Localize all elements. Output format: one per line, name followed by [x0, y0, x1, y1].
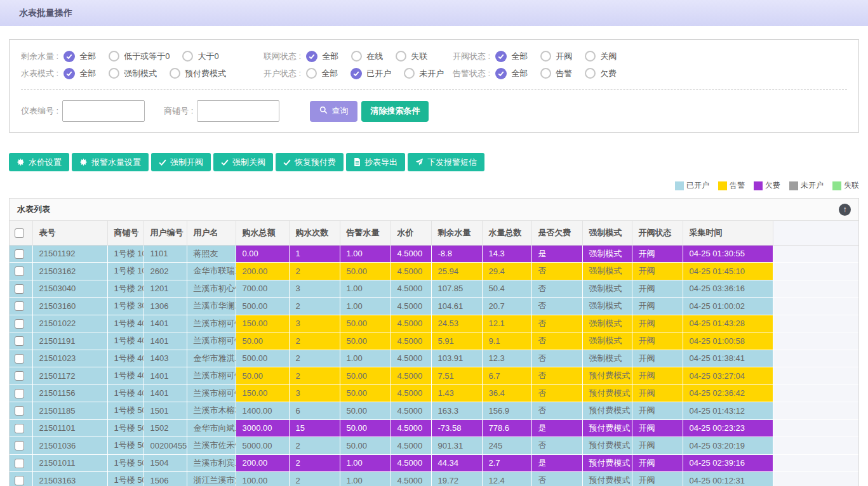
radio-option[interactable]: 失联	[396, 51, 427, 62]
row-checkbox[interactable]	[15, 476, 24, 485]
radio-unchecked-icon[interactable]	[585, 68, 596, 79]
toolbar-button-报警水量设置[interactable]: 报警水量设置	[72, 153, 149, 171]
row-checkbox[interactable]	[15, 319, 24, 329]
toolbar-button-强制开阀[interactable]: 强制开阀	[151, 153, 211, 171]
radio-unchecked-icon[interactable]	[540, 68, 551, 79]
cell-price: 4.5000	[391, 245, 431, 263]
radio-unchecked-icon[interactable]	[182, 51, 193, 62]
toolbar-button-下发报警短信[interactable]: 下发报警短信	[408, 153, 484, 171]
radio-checked-icon[interactable]	[495, 51, 507, 62]
cell-purchase-total: 200.00	[236, 263, 289, 280]
radio-option-label: 全部	[511, 51, 528, 62]
row-checkbox[interactable]	[15, 284, 24, 294]
radio-unchecked-icon[interactable]	[396, 51, 406, 62]
cell-purchase-count: 2	[289, 332, 340, 350]
legend-label: 已开户	[686, 180, 709, 191]
radio-unchecked-icon[interactable]	[109, 51, 119, 62]
cell-purchase-total: 1400.00	[236, 402, 289, 420]
row-checkbox[interactable]	[15, 424, 24, 433]
legend-swatch	[675, 181, 684, 190]
row-checkbox[interactable]	[15, 354, 24, 364]
radio-option[interactable]: 强制模式	[109, 68, 157, 79]
radio-unchecked-icon[interactable]	[170, 68, 180, 79]
cell-alarm-volume: 50.00	[340, 367, 391, 385]
radio-option[interactable]: 低于或等于0	[109, 51, 170, 62]
toolbar-button-恢复预付费[interactable]: 恢复预付费	[276, 153, 344, 171]
radio-option-label: 全部	[322, 51, 338, 62]
cell-remaining-volume: 5.91	[431, 332, 482, 350]
cell-filler	[773, 402, 858, 420]
cell-price: 4.5000	[391, 472, 431, 486]
radio-option[interactable]: 全部	[306, 51, 338, 62]
shop-no-input[interactable]	[197, 100, 279, 122]
cell-filler	[773, 472, 858, 486]
cell-purchase-count: 6	[289, 402, 340, 420]
cell-alarm-volume: 50.00	[340, 315, 391, 332]
meter-no-input[interactable]	[62, 100, 145, 122]
row-checkbox[interactable]	[15, 266, 24, 276]
clear-search-button[interactable]: 清除搜索条件	[361, 101, 429, 122]
filter-group-label: 剩余水量 :	[21, 51, 58, 62]
radio-unchecked-icon[interactable]	[306, 68, 317, 79]
radio-option[interactable]: 欠费	[585, 68, 617, 79]
radio-checked-icon[interactable]	[63, 51, 75, 62]
row-checkbox[interactable]	[15, 389, 24, 398]
filter-panel: 剩余水量 :全部低于或等于0大于0联网状态 :全部在线失联开阀状态 :全部开阀关…	[9, 39, 859, 133]
row-checkbox[interactable]	[15, 371, 24, 381]
cell-user-no: 1401	[144, 367, 187, 385]
cell-force-mode: 预付费模式	[582, 402, 632, 420]
cell-meter-no: 21501185	[32, 402, 107, 420]
radio-option[interactable]: 未开户	[404, 68, 444, 79]
radio-option[interactable]: 全部	[306, 68, 338, 79]
cell-price: 4.5000	[391, 437, 431, 455]
radio-checked-icon[interactable]	[63, 68, 75, 79]
radio-option[interactable]: 全部	[495, 68, 528, 79]
radio-unchecked-icon[interactable]	[540, 51, 551, 62]
table-row: 215031601号楼 3061306兰溪市华澜工500.0021.004.50…	[10, 298, 858, 315]
row-checkbox[interactable]	[15, 459, 24, 468]
cell-shop-no: 1号楼 101	[107, 245, 144, 263]
row-checkbox[interactable]	[15, 301, 24, 311]
row-checkbox[interactable]	[15, 336, 24, 346]
table-row: 215010361号楼 50300200455兰溪市佐禾饮5000.00250.…	[10, 437, 858, 455]
radio-unchecked-icon[interactable]	[351, 51, 362, 62]
radio-option[interactable]: 已开户	[351, 68, 391, 79]
cell-user-name: 金华市雅淇工	[187, 350, 236, 367]
cell-force-mode: 预付费模式	[582, 384, 632, 402]
radio-unchecked-icon[interactable]	[585, 51, 596, 62]
cell-purchase-total: 500.00	[236, 298, 289, 315]
cell-total-volume: 156.9	[482, 402, 531, 420]
radio-checked-icon[interactable]	[351, 68, 362, 79]
radio-option[interactable]: 全部	[63, 51, 96, 62]
cell-is-arrears: 否	[531, 437, 582, 455]
toolbar-button-水价设置[interactable]: 水价设置	[9, 153, 69, 171]
query-button[interactable]: 查询	[310, 101, 357, 122]
row-checkbox[interactable]	[15, 249, 24, 259]
radio-option[interactable]: 关阀	[585, 51, 617, 62]
arrow-up-icon: ↑	[843, 205, 847, 214]
radio-option[interactable]: 在线	[351, 51, 383, 62]
radio-checked-icon[interactable]	[306, 51, 317, 62]
cell-total-volume: 12.4	[482, 472, 531, 486]
toolbar-button-强制关阀[interactable]: 强制关阀	[213, 153, 273, 171]
radio-option[interactable]: 全部	[63, 68, 96, 79]
collapse-up-button[interactable]: ↑	[839, 204, 851, 216]
radio-option[interactable]: 大于0	[182, 51, 218, 62]
cell-is-arrears: 是	[531, 245, 582, 263]
row-checkbox[interactable]	[15, 441, 24, 450]
row-checkbox[interactable]	[15, 406, 24, 416]
radio-unchecked-icon[interactable]	[109, 68, 119, 79]
select-all-checkbox[interactable]	[15, 228, 24, 238]
cell-purchase-count: 2	[289, 437, 340, 455]
radio-unchecked-icon[interactable]	[404, 68, 415, 79]
radio-checked-icon[interactable]	[495, 68, 507, 79]
cell-user-name: 兰溪市栩可锦	[187, 315, 236, 332]
radio-option[interactable]: 开阀	[540, 51, 572, 62]
cell-collect-time: 04-25 01:43:28	[683, 315, 773, 332]
toolbar-button-抄表导出[interactable]: 抄表导出	[346, 153, 405, 171]
radio-option[interactable]: 全部	[495, 51, 528, 62]
radio-option[interactable]: 告警	[540, 68, 572, 79]
cell-force-mode: 强制模式	[582, 263, 632, 280]
cell-is-arrears: 否	[531, 472, 582, 486]
radio-option[interactable]: 预付费模式	[170, 68, 226, 79]
